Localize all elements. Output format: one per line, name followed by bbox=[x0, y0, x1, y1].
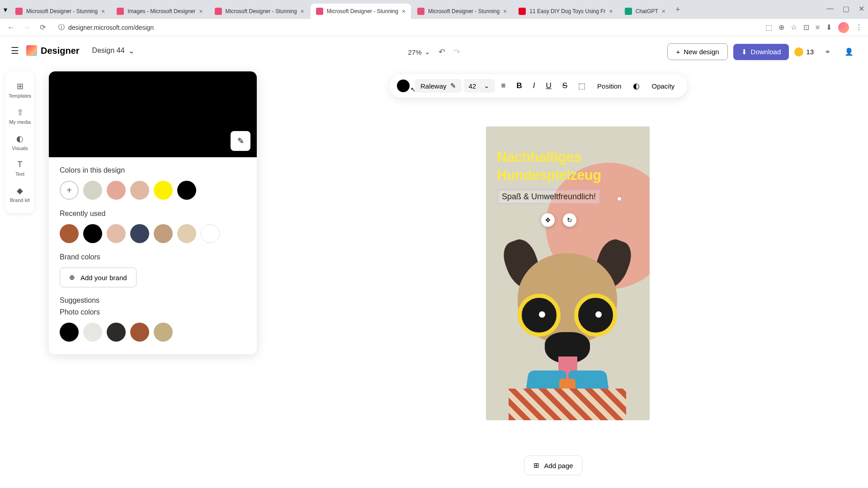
eyedropper-button[interactable]: ✎ bbox=[231, 131, 250, 151]
position-label: Position bbox=[597, 82, 621, 90]
share-icon[interactable]: ⚭ bbox=[819, 44, 835, 60]
color-swatch[interactable] bbox=[60, 224, 79, 243]
position-button[interactable]: Position bbox=[592, 80, 627, 93]
document-name-dropdown[interactable]: Design 44 ⌄ bbox=[87, 44, 140, 58]
profile-avatar[interactable] bbox=[838, 22, 849, 33]
color-swatch[interactable] bbox=[177, 224, 196, 243]
browser-menu-icon[interactable]: ⋮ bbox=[855, 23, 863, 32]
extensions-icon[interactable]: ⊡ bbox=[803, 23, 809, 32]
credits-display[interactable]: 13 bbox=[794, 47, 814, 56]
color-swatch[interactable] bbox=[83, 323, 102, 342]
add-page-label: Add page bbox=[544, 462, 573, 469]
tab-close-icon[interactable]: × bbox=[402, 8, 406, 15]
title-line2: Hundespielzeug bbox=[497, 166, 601, 184]
window-close-icon[interactable]: ✕ bbox=[859, 5, 864, 13]
color-swatch[interactable] bbox=[154, 323, 173, 342]
section-colors-in-design: Colors in this design bbox=[60, 166, 246, 174]
tab-close-icon[interactable]: × bbox=[101, 8, 105, 15]
color-swatch[interactable] bbox=[130, 323, 149, 342]
new-tab-button[interactable]: + bbox=[672, 3, 684, 16]
design-canvas[interactable]: Nachhaltiges Hundespielzeug Spaß & Umwel… bbox=[486, 127, 650, 420]
add-brand-button[interactable]: ⊕ Add your brand bbox=[60, 267, 137, 287]
resize-handle[interactable] bbox=[617, 197, 622, 201]
move-handle-icon[interactable]: ✥ bbox=[541, 213, 555, 227]
align-button[interactable]: ≡ bbox=[497, 79, 510, 93]
reading-list-icon[interactable]: ≡ bbox=[816, 23, 820, 32]
tab-title: ChatGPT bbox=[636, 8, 658, 14]
color-swatch[interactable] bbox=[177, 181, 196, 200]
browser-tab[interactable]: ChatGPT× bbox=[619, 4, 671, 19]
canvas-heading[interactable]: Nachhaltiges Hundespielzeug bbox=[497, 148, 601, 185]
tab-favicon-icon bbox=[417, 8, 425, 15]
color-swatch[interactable] bbox=[130, 181, 149, 200]
back-button[interactable]: ← bbox=[5, 22, 16, 33]
rail-text[interactable]: TText bbox=[5, 155, 34, 181]
download-button[interactable]: ⬇ Download bbox=[733, 44, 789, 60]
new-design-button[interactable]: + New design bbox=[667, 43, 727, 60]
undo-button[interactable]: ↶ bbox=[439, 47, 445, 57]
reload-button[interactable]: ⟳ bbox=[38, 21, 47, 33]
opacity-button[interactable]: Opacity bbox=[646, 80, 680, 93]
add-brand-label: Add your brand bbox=[80, 274, 127, 282]
color-swatch[interactable] bbox=[60, 323, 79, 342]
tab-close-icon[interactable]: × bbox=[301, 8, 304, 15]
pug-shirt bbox=[509, 389, 626, 420]
color-swatch[interactable] bbox=[130, 224, 149, 243]
strikethrough-button[interactable]: S bbox=[558, 79, 572, 93]
browser-tab[interactable]: Microsoft Designer - Stunning× bbox=[412, 4, 512, 19]
add-page-button[interactable]: ⊞ Add page bbox=[524, 455, 582, 475]
install-app-icon[interactable]: ⬚ bbox=[765, 23, 772, 32]
zoom-icon[interactable]: ⊕ bbox=[778, 23, 784, 32]
color-swatch[interactable] bbox=[154, 181, 173, 200]
tab-close-icon[interactable]: × bbox=[199, 8, 203, 15]
zoom-dropdown[interactable]: 27% ⌄ bbox=[408, 48, 430, 56]
browser-tab[interactable]: Images - Microsoft Designer× bbox=[111, 4, 208, 19]
downloads-icon[interactable]: ⬇ bbox=[826, 23, 832, 32]
color-swatch[interactable] bbox=[107, 323, 126, 342]
font-family-dropdown[interactable]: Raleway ✎ bbox=[415, 79, 462, 93]
color-swatch[interactable] bbox=[107, 181, 126, 200]
text-color-swatch[interactable] bbox=[397, 80, 410, 92]
tab-search[interactable]: ▾ bbox=[4, 5, 9, 14]
italic-button[interactable]: I bbox=[528, 79, 540, 93]
browser-tab[interactable]: Microsoft Designer - Stunning× bbox=[209, 4, 310, 19]
pug-glasses bbox=[518, 294, 617, 337]
rail-my-media[interactable]: ⇧My media bbox=[5, 103, 34, 129]
rail-brand-kit[interactable]: ◆Brand kit bbox=[5, 181, 34, 207]
rail-visuals[interactable]: ◐Visuals bbox=[5, 129, 34, 155]
section-recently-used: Recently used bbox=[60, 210, 246, 218]
tab-close-icon[interactable]: × bbox=[662, 8, 665, 15]
font-size-dropdown[interactable]: 42 ⌄ bbox=[463, 79, 495, 93]
rail-label: Brand kit bbox=[10, 197, 29, 203]
underline-button[interactable]: U bbox=[541, 79, 556, 93]
bookmark-icon[interactable]: ☆ bbox=[791, 23, 797, 32]
chevron-down-icon: ⌄ bbox=[484, 82, 490, 90]
tab-close-icon[interactable]: × bbox=[609, 8, 613, 15]
rail-templates[interactable]: ⊞Templates bbox=[5, 77, 34, 103]
pug-image[interactable] bbox=[491, 226, 644, 420]
tab-title: Microsoft Designer - Stunning bbox=[327, 8, 398, 14]
tab-close-icon[interactable]: × bbox=[503, 8, 507, 15]
add-color-swatch[interactable]: + bbox=[60, 181, 79, 200]
browser-tab[interactable]: 11 Easy DIY Dog Toys Using Fr× bbox=[513, 4, 618, 19]
window-minimize-icon[interactable]: — bbox=[826, 5, 834, 13]
color-swatch[interactable] bbox=[83, 224, 102, 243]
bold-button[interactable]: B bbox=[512, 79, 526, 93]
color-swatch[interactable] bbox=[154, 224, 173, 243]
canvas-subtitle-selected[interactable]: Spaß & Umweltfreundlich! bbox=[498, 190, 600, 204]
site-info-icon[interactable]: ⓘ bbox=[58, 23, 65, 32]
browser-tab-active[interactable]: Microsoft Designer - Stunning× bbox=[311, 4, 411, 19]
rotate-handle-icon[interactable]: ↻ bbox=[563, 213, 576, 227]
browser-tab[interactable]: Microsoft Designer - Stunning× bbox=[10, 4, 110, 19]
window-maximize-icon[interactable]: ▢ bbox=[843, 5, 849, 13]
url-field[interactable]: ⓘ designer.microsoft.com/design bbox=[53, 21, 760, 34]
color-swatch[interactable] bbox=[201, 224, 220, 243]
forward-button[interactable]: → bbox=[22, 22, 33, 33]
layers-icon[interactable]: ⬚ bbox=[574, 79, 590, 94]
menu-icon[interactable]: ☰ bbox=[11, 45, 19, 56]
color-swatch[interactable] bbox=[83, 181, 102, 200]
app-logo[interactable]: Designer bbox=[26, 45, 80, 56]
account-icon[interactable]: 👤 bbox=[841, 44, 857, 60]
color-preview[interactable]: ✎ bbox=[49, 71, 257, 157]
color-swatch[interactable] bbox=[107, 224, 126, 243]
